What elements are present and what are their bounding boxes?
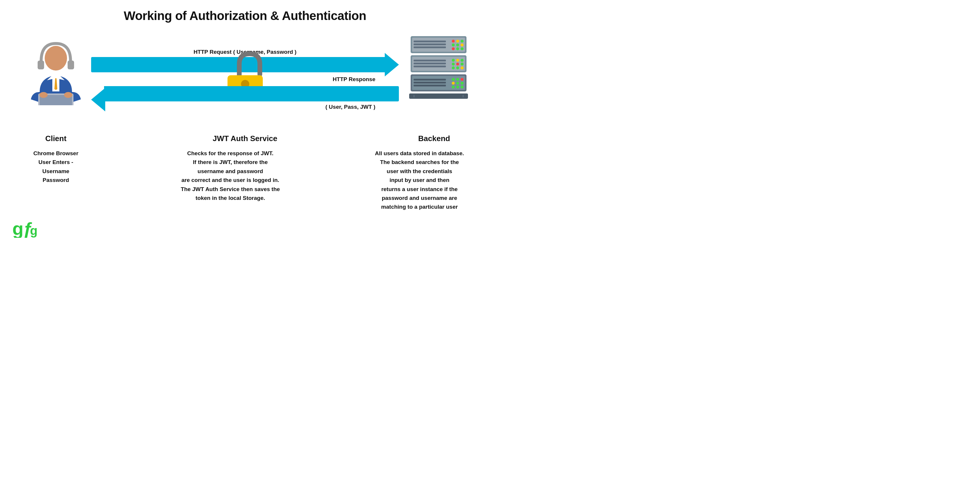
- svg-point-47: [456, 78, 459, 81]
- svg-point-23: [461, 43, 463, 46]
- svg-point-26: [461, 47, 463, 50]
- svg-point-51: [461, 82, 463, 85]
- client-label-block: Client: [12, 129, 100, 146]
- svg-point-24: [452, 47, 455, 50]
- svg-rect-45: [414, 85, 446, 86]
- svg-point-50: [456, 82, 459, 85]
- svg-point-40: [461, 67, 463, 69]
- svg-rect-29: [414, 60, 446, 61]
- http-response-label: HTTP Response: [333, 76, 375, 83]
- diagram-visual: HTTP Request ( Username, Password ): [12, 35, 478, 126]
- descriptions-row: Chrome Browser User Enters - Username Pa…: [12, 149, 478, 212]
- svg-rect-44: [414, 82, 446, 83]
- svg-rect-55: [409, 94, 468, 99]
- svg-rect-31: [414, 65, 446, 67]
- client-icon: [24, 35, 88, 105]
- svg-point-2: [45, 46, 67, 70]
- backend-col-label: Backend: [390, 134, 478, 143]
- svg-point-49: [452, 82, 455, 85]
- svg-point-9: [64, 92, 72, 98]
- gfg-logo: g ƒ g: [12, 217, 38, 239]
- svg-text:g: g: [12, 218, 24, 238]
- svg-point-52: [452, 86, 455, 89]
- http-response-arrow-container: HTTP Response ( User, Pass, JWT ): [91, 83, 399, 113]
- svg-point-19: [456, 40, 459, 43]
- svg-point-37: [461, 63, 463, 65]
- svg-rect-43: [414, 79, 446, 81]
- svg-point-35: [452, 63, 455, 65]
- svg-point-46: [452, 78, 455, 81]
- svg-point-54: [461, 86, 463, 89]
- svg-point-39: [456, 67, 459, 69]
- client-col-label: Client: [12, 134, 100, 143]
- svg-point-53: [456, 86, 459, 89]
- http-response-arrowhead: [91, 88, 105, 111]
- svg-rect-1: [68, 60, 74, 69]
- svg-point-25: [456, 47, 459, 50]
- svg-point-20: [461, 40, 463, 43]
- svg-point-8: [40, 92, 48, 98]
- svg-rect-56: [414, 95, 414, 97]
- http-response-sub-label: ( User, Pass, JWT ): [325, 104, 375, 110]
- page: Working of Authorization & Authenticatio…: [0, 0, 490, 245]
- jwt-desc: Checks for the response of JWT. If there…: [145, 149, 316, 212]
- svg-point-38: [452, 67, 455, 69]
- svg-point-33: [456, 59, 459, 62]
- client-desc: Chrome Browser User Enters - Username Pa…: [15, 149, 97, 212]
- svg-point-36: [456, 63, 459, 65]
- backend-desc: All users data stored in database. The b…: [364, 149, 475, 212]
- svg-point-18: [452, 40, 455, 43]
- svg-point-32: [452, 59, 455, 62]
- svg-text:g: g: [30, 224, 38, 237]
- svg-point-48: [461, 78, 463, 81]
- labels-row: Client JWT Auth Service Backend: [12, 129, 478, 146]
- jwt-col-label: JWT Auth Service: [157, 134, 333, 143]
- svg-rect-15: [414, 41, 446, 42]
- svg-rect-30: [414, 63, 446, 64]
- backend-server-icon: [408, 35, 469, 111]
- http-request-arrowhead: [385, 53, 399, 76]
- svg-rect-17: [414, 46, 446, 48]
- svg-point-21: [452, 43, 455, 46]
- svg-rect-16: [414, 43, 446, 45]
- backend-label-block: Backend: [390, 129, 478, 146]
- page-title: Working of Authorization & Authenticatio…: [12, 9, 478, 23]
- svg-point-34: [461, 59, 463, 62]
- jwt-label-block: JWT Auth Service: [157, 129, 333, 146]
- http-response-arrow-body: [104, 86, 399, 102]
- svg-point-22: [456, 43, 459, 46]
- svg-rect-0: [38, 60, 44, 69]
- svg-rect-57: [463, 95, 463, 97]
